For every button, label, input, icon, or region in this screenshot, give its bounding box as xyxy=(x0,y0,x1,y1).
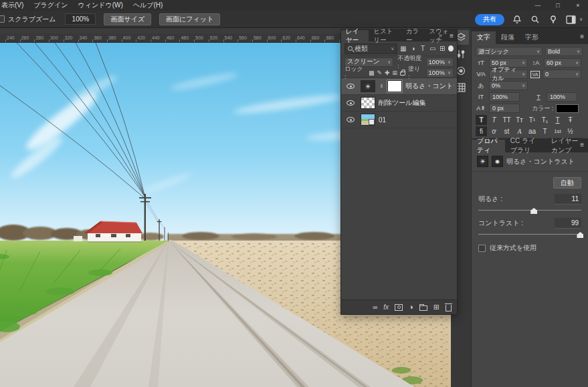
filter-smart-objects-icon[interactable]: ⊞ xyxy=(438,45,446,52)
tab-history[interactable]: ヒストリー xyxy=(369,30,401,41)
layer-name[interactable]: 削除ツール編集 xyxy=(379,98,425,108)
layer-filter-toggle[interactable] xyxy=(448,45,454,51)
titling-alternates-button[interactable]: T xyxy=(539,126,551,136)
tab-paragraph[interactable]: 段落 xyxy=(496,31,520,44)
faux-bold-button[interactable]: T xyxy=(476,115,487,125)
search-icon[interactable] xyxy=(530,14,541,25)
fit-screen-button[interactable]: 画面にフィット xyxy=(159,13,220,25)
text-color-swatch[interactable] xyxy=(556,104,579,113)
brightness-value-field[interactable]: 11 xyxy=(555,194,581,205)
layer-name[interactable]: 01 xyxy=(379,116,386,124)
new-adjustment-layer-icon[interactable]: ◑ xyxy=(409,303,413,311)
small-caps-button[interactable]: Tт xyxy=(514,115,525,125)
delete-layer-trash-icon[interactable] xyxy=(446,305,452,311)
scrub-zoom-checkbox[interactable] xyxy=(0,15,5,23)
layer-filter-type-select[interactable]: 種類 ∨ xyxy=(345,43,397,54)
filter-shape-layers-icon[interactable]: ▭ xyxy=(429,45,437,52)
menu-window[interactable]: ウィンドウ(W) xyxy=(73,1,128,10)
new-group-folder-icon[interactable] xyxy=(419,305,427,311)
new-layer-icon[interactable]: ⊞ xyxy=(433,303,439,311)
tab-properties[interactable]: プロパティ xyxy=(472,140,505,152)
underline-button[interactable]: T xyxy=(552,115,563,125)
layer-name[interactable]: 明るさ・コントラスト 1 xyxy=(405,82,454,91)
discretionary-ligatures-button[interactable]: st xyxy=(501,126,512,136)
menu-help[interactable]: ヘルプ(H) xyxy=(128,1,169,10)
zoom-level-field[interactable]: 100% xyxy=(65,13,96,25)
superscript-button[interactable]: T¹ xyxy=(526,115,538,125)
ruler-tick: 320 xyxy=(64,39,64,42)
visibility-eye-icon[interactable] xyxy=(347,117,355,122)
lock-all-icon[interactable] xyxy=(400,72,405,76)
empty-layer-thumbnail[interactable] xyxy=(361,97,375,109)
mask-link-icon[interactable]: ∞ xyxy=(379,84,385,89)
tsume-select[interactable]: 0%∨ xyxy=(489,81,528,90)
blend-mode-select[interactable]: スクリーン∨ xyxy=(345,57,393,67)
panel-menu-icon[interactable]: ≡ xyxy=(580,33,585,40)
stylistic-alternates-button[interactable]: aa xyxy=(526,126,538,136)
maximize-button[interactable]: □ xyxy=(548,0,568,11)
adjustment-layer-thumbnail[interactable]: ☀ xyxy=(361,80,375,92)
workspace-switcher-icon[interactable] xyxy=(566,14,577,25)
tab-layers[interactable]: レイヤー xyxy=(341,30,369,41)
lock-position-icon[interactable]: ✚ xyxy=(385,70,390,76)
vertical-scale-icon: IT xyxy=(476,94,486,100)
contrast-slider[interactable] xyxy=(478,231,581,238)
discover-bulb-icon[interactable] xyxy=(548,14,559,25)
lock-transparency-icon[interactable]: ▩ xyxy=(369,70,375,76)
layer-row-background[interactable]: 01 xyxy=(341,112,457,128)
layer-row-brightness-contrast[interactable]: ☀ ∞ 明るさ・コントラスト 1 xyxy=(341,78,457,95)
ordinals-button[interactable]: 1st xyxy=(552,126,563,136)
vertical-scale-field[interactable]: 100% xyxy=(489,92,520,102)
filter-adjustment-layers-icon[interactable]: ◑ xyxy=(409,45,417,52)
subscript-button[interactable]: T₁ xyxy=(539,115,551,125)
layer-mask-thumbnail[interactable] xyxy=(387,80,402,92)
horizontal-scale-field[interactable]: 100% xyxy=(547,92,577,102)
tab-character[interactable]: 文字 xyxy=(472,31,496,44)
opacity-select[interactable]: 100%∨ xyxy=(426,57,454,67)
font-family-select[interactable]: 游ゴシック∨ xyxy=(476,47,543,56)
tab-glyphs[interactable]: 字形 xyxy=(520,31,544,44)
ligatures-button[interactable]: fi xyxy=(476,126,487,136)
contrast-value-field[interactable]: 99 xyxy=(555,218,581,229)
image-layer-thumbnail[interactable] xyxy=(361,114,375,126)
kerning-select[interactable]: オプティカル∨ xyxy=(489,70,528,79)
visibility-eye-icon[interactable] xyxy=(347,100,355,106)
font-style-select[interactable]: Bold∨ xyxy=(545,47,583,56)
brightness-slider[interactable] xyxy=(478,207,581,214)
add-layer-mask-icon[interactable] xyxy=(395,304,403,311)
contrast-slider-thumb[interactable] xyxy=(577,232,583,238)
legacy-checkbox[interactable] xyxy=(478,245,486,252)
lock-artboard-icon[interactable]: ⊞ xyxy=(392,70,397,76)
lock-pixels-icon[interactable]: ✎ xyxy=(377,70,382,76)
filter-pixel-layers-icon[interactable]: ▦ xyxy=(399,45,407,52)
fractions-button[interactable]: ½ xyxy=(565,126,576,136)
auto-button[interactable]: 自動 xyxy=(553,177,581,188)
visibility-eye-icon[interactable] xyxy=(347,84,355,89)
minimize-button[interactable]: — xyxy=(528,0,548,11)
panel-menu-icon[interactable]: ≡ xyxy=(450,32,454,39)
notifications-bell-icon[interactable] xyxy=(512,14,522,25)
filter-type-layers-icon[interactable]: T xyxy=(419,45,427,52)
menu-view[interactable]: 表示(V) xyxy=(0,1,29,10)
share-button[interactable]: 共有 xyxy=(475,14,504,25)
layer-style-fx-icon[interactable]: fx xyxy=(383,304,389,311)
swash-button[interactable]: A xyxy=(514,126,525,136)
link-layers-icon[interactable]: ∞ xyxy=(373,304,377,311)
tab-color[interactable]: カラー xyxy=(401,30,425,41)
close-button[interactable]: × xyxy=(568,0,588,11)
screen-size-button[interactable]: 画面サイズ xyxy=(104,13,151,25)
strikethrough-button[interactable]: Ŧ xyxy=(565,115,576,125)
alt-ligatures-button[interactable]: ơ xyxy=(488,126,500,136)
leading-select[interactable]: 60 px∨ xyxy=(544,58,581,68)
tracking-select[interactable]: 0∨ xyxy=(543,70,581,79)
all-caps-button[interactable]: TT xyxy=(501,115,512,125)
fill-select[interactable]: 100%∨ xyxy=(426,68,454,78)
menu-plugins[interactable]: プラグイン xyxy=(28,1,73,10)
tab-overflow-icon[interactable]: » xyxy=(439,32,442,39)
panel-menu-icon[interactable]: ≡ xyxy=(580,141,585,148)
baseline-shift-field[interactable]: 0 px xyxy=(489,104,520,113)
layer-row-remove-tool[interactable]: 削除ツール編集 xyxy=(341,95,457,112)
faux-italic-button[interactable]: T xyxy=(488,115,500,125)
tab-cc-libraries[interactable]: CC ライブラリ xyxy=(505,140,546,152)
brightness-slider-thumb[interactable] xyxy=(530,208,537,214)
